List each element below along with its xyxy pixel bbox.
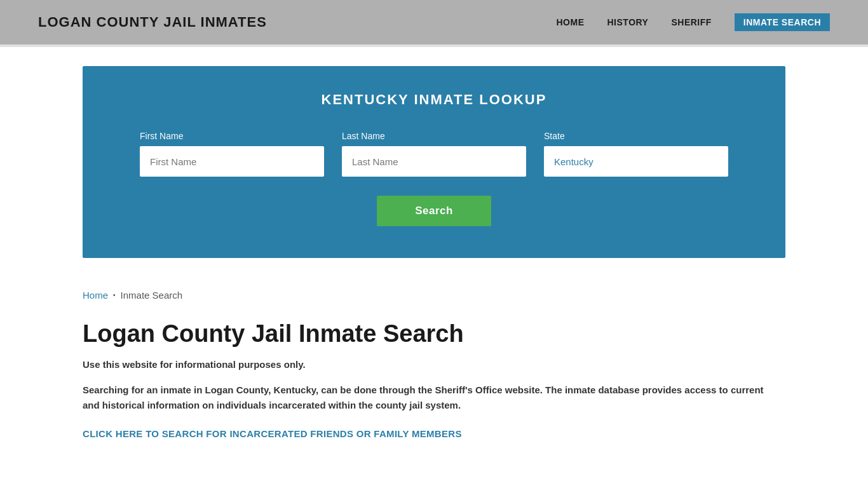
- cta-link[interactable]: CLICK HERE to Search for Incarcerated Fr…: [83, 428, 462, 439]
- nav-home[interactable]: HOME: [557, 17, 585, 27]
- state-label: State: [544, 131, 728, 141]
- site-title: LOGAN COUNTY JAIL INMATES: [38, 14, 267, 30]
- first-name-label: First Name: [140, 131, 324, 141]
- site-header: LOGAN COUNTY JAIL INMATES HOME HISTORY S…: [0, 0, 868, 44]
- state-input[interactable]: [544, 146, 728, 177]
- last-name-input[interactable]: [342, 146, 526, 177]
- search-button[interactable]: Search: [377, 196, 491, 226]
- breadcrumb-home-link[interactable]: Home: [83, 290, 108, 301]
- description-text: Searching for an inmate in Logan County,…: [83, 383, 782, 413]
- search-panel: KENTUCKY INMATE LOOKUP First Name Last N…: [83, 66, 785, 258]
- disclaimer-text: Use this website for informational purpo…: [83, 359, 785, 370]
- nav-sheriff[interactable]: SHERIFF: [671, 17, 711, 27]
- search-panel-title: KENTUCKY INMATE LOOKUP: [121, 92, 747, 108]
- breadcrumb-current-page: Inmate Search: [121, 290, 183, 301]
- search-button-row: Search: [121, 196, 747, 226]
- first-name-group: First Name: [140, 131, 324, 177]
- breadcrumb: Home • Inmate Search: [0, 277, 868, 307]
- main-content: Logan County Jail Inmate Search Use this…: [0, 307, 868, 465]
- last-name-label: Last Name: [342, 131, 526, 141]
- breadcrumb-separator: •: [113, 292, 116, 299]
- page-heading: Logan County Jail Inmate Search: [83, 320, 785, 349]
- last-name-group: Last Name: [342, 131, 526, 177]
- first-name-input[interactable]: [140, 146, 324, 177]
- main-nav: HOME HISTORY SHERIFF INMATE SEARCH: [557, 13, 831, 31]
- header-divider: [0, 44, 868, 47]
- search-fields-row: First Name Last Name State: [121, 131, 747, 177]
- state-group: State: [544, 131, 728, 177]
- nav-inmate-search[interactable]: INMATE SEARCH: [735, 13, 830, 31]
- nav-history[interactable]: HISTORY: [607, 17, 649, 27]
